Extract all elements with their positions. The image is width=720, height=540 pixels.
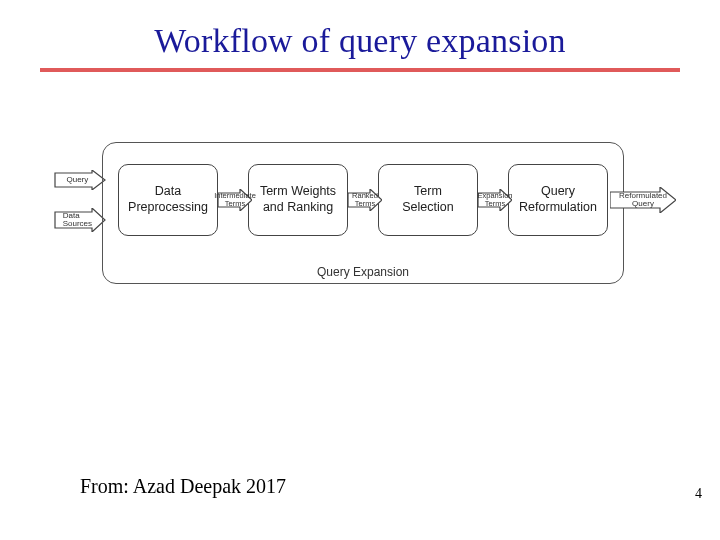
stage-query-reformulation: QueryReformulation — [508, 164, 608, 236]
arrow-intermediate-terms: IntermediateTerms — [218, 189, 252, 211]
container-label: Query Expansion — [317, 265, 409, 279]
arrow-label: ReformulatedQuery — [619, 192, 667, 209]
citation: From: Azad Deepak 2017 — [80, 475, 286, 498]
input-arrow-query: Query — [54, 170, 106, 190]
arrow-label: IntermediateTerms — [214, 192, 256, 208]
arrow-expansion-terms: ExpansionTerms — [478, 189, 512, 211]
arrow-label: RankedTerms — [352, 192, 378, 208]
stage-term-weights-ranking: Term Weightsand Ranking — [248, 164, 348, 236]
input-arrow-label: Query — [66, 176, 88, 184]
page-number: 4 — [695, 486, 702, 502]
slide-title: Workflow of query expansion — [0, 22, 720, 60]
workflow-diagram: Query DataSources Query Expansion DataPr… — [40, 142, 680, 312]
arrow-label: ExpansionTerms — [477, 192, 512, 208]
stage-term-selection: TermSelection — [378, 164, 478, 236]
stage-data-preprocessing: DataPreprocessing — [118, 164, 218, 236]
input-arrow-label: DataSources — [63, 212, 92, 229]
input-arrow-data-sources: DataSources — [54, 208, 106, 232]
title-divider — [40, 68, 680, 72]
arrow-ranked-terms: RankedTerms — [348, 189, 382, 211]
arrow-reformulated-query: ReformulatedQuery — [610, 187, 676, 213]
